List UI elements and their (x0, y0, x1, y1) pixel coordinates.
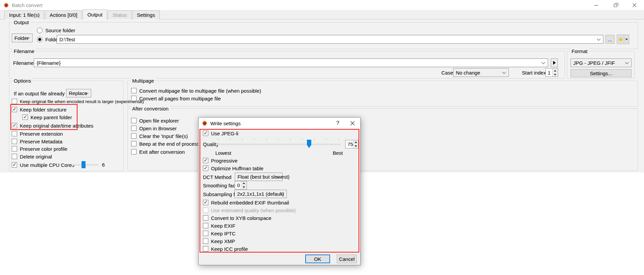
checkbox-convert-xyb[interactable]: Convert to XYB colorspace (203, 215, 271, 221)
checkbox-keep-datetime-attributes[interactable]: Keep original date/time attributes (12, 122, 93, 129)
checkbox-convert-multipage-to-multipage[interactable]: Convert multipage file to multipage file… (131, 87, 261, 94)
spin-up-icon[interactable] (243, 182, 245, 184)
checkbox-box[interactable] (203, 231, 208, 236)
quality-slider[interactable] (216, 144, 341, 145)
format-group: Format JPG - JPEG / JFIF Settings... (567, 51, 635, 79)
checkbox-open-file-explorer[interactable]: Open file explorer (131, 117, 179, 124)
spin-down-icon[interactable] (243, 186, 245, 188)
checkbox-box[interactable] (12, 162, 17, 168)
exists-combo[interactable]: Replace (66, 89, 91, 97)
checkbox-box[interactable] (131, 141, 137, 146)
folder-path-input[interactable]: D:\Test (57, 35, 603, 44)
start-index-spinbox[interactable]: 1 (545, 68, 558, 77)
cancel-button[interactable]: Cancel (337, 255, 357, 263)
checkbox-box[interactable] (203, 131, 208, 136)
checkbox-box[interactable] (22, 114, 28, 120)
dialog-help-button[interactable]: ? (331, 118, 344, 129)
smoothing-factor-spinbox[interactable]: 0 (235, 181, 247, 189)
checkbox-box[interactable] (12, 154, 17, 159)
restore-button[interactable] (606, 0, 625, 10)
checkbox-box[interactable] (131, 88, 137, 93)
checkbox-box[interactable] (203, 215, 208, 221)
tab-output[interactable]: Output (83, 9, 107, 19)
format-combo[interactable]: JPG - JPEG / JFIF (571, 58, 632, 67)
quality-spin-arrows[interactable] (353, 140, 358, 148)
checkbox-box[interactable] (131, 149, 137, 154)
checkbox-box[interactable] (12, 99, 17, 104)
spin-up-icon[interactable] (554, 70, 556, 72)
checkbox-box[interactable] (131, 126, 137, 131)
write-settings-dialog: Write settings ? Use JPEG-li Quality 75 … (198, 117, 361, 265)
checkbox-box[interactable] (203, 158, 208, 163)
checkbox-preserve-extension[interactable]: Preserve extension (12, 130, 63, 137)
cpu-cores-slider-handle[interactable] (82, 161, 86, 168)
tab-actions[interactable]: Actions [0/0] (45, 10, 82, 19)
filename-group: Filename Filename {Filename} Case No cha… (9, 51, 565, 79)
checkbox-keep-xmp[interactable]: Keep XMP (203, 238, 235, 244)
app-flame-icon (3, 2, 9, 8)
checkbox-keep-exif[interactable]: Keep EXIF (203, 222, 235, 229)
filename-pattern-input[interactable]: {Filename} (34, 58, 548, 67)
checkbox-preserve-color-profile[interactable]: Preserve color profile (12, 145, 67, 152)
format-settings-button[interactable]: Settings... (571, 69, 632, 77)
checkbox-keep-original-when-larger[interactable]: Keep original file when encoded result i… (12, 98, 144, 105)
folder-radio[interactable]: Folder (37, 36, 60, 43)
quality-slider-handle[interactable] (307, 140, 311, 148)
checkbox-box[interactable] (203, 166, 208, 171)
close-button[interactable] (625, 0, 644, 10)
minimize-icon (594, 3, 598, 7)
source-folder-radio-circle[interactable] (37, 28, 43, 33)
browse-button[interactable]: ... (605, 35, 614, 44)
checkbox-open-in-browser[interactable]: Open in Browser (131, 125, 177, 132)
dct-method-combo[interactable]: Float (best but slowest) (235, 173, 282, 181)
checkbox-keep-iptc[interactable]: Keep IPTC (203, 230, 235, 237)
after-conversion-group-title: After conversion (131, 106, 170, 111)
checkbox-box[interactable] (203, 223, 208, 228)
checkbox-box[interactable] (203, 246, 208, 251)
checkbox-keep-parent-folder[interactable]: Keep parent folder (22, 114, 72, 121)
checkbox-preserve-metadata[interactable]: Preserve Metadata (12, 138, 62, 145)
checkbox-box[interactable] (131, 133, 137, 139)
tab-input[interactable]: Input: 1 file(s) (4, 10, 44, 19)
case-combo[interactable]: No change (453, 68, 509, 77)
checkbox-clear-input-files[interactable]: Clear the 'Input' file(s) (131, 133, 188, 139)
favorites-dropdown-icon[interactable] (625, 39, 628, 40)
checkbox-keep-folder-structure[interactable]: Keep folder structure (12, 106, 66, 113)
checkbox-use-jpegli[interactable]: Use JPEG-li (203, 130, 238, 137)
checkbox-optimize-huffman[interactable]: Optimize Huffman table (203, 165, 263, 172)
checkbox-box[interactable] (203, 200, 208, 205)
checkbox-delete-original[interactable]: Delete original (12, 153, 52, 160)
checkbox-box[interactable] (131, 96, 137, 101)
checkbox-box[interactable] (12, 146, 17, 151)
pattern-menu-button[interactable] (551, 58, 558, 67)
folder-radio-circle[interactable] (37, 37, 43, 42)
favorites-button[interactable]: ★ (617, 35, 629, 44)
start-index-arrows[interactable] (552, 68, 558, 77)
checkbox-keep-icc-profile[interactable]: Keep ICC profile (203, 245, 248, 252)
checkbox-exit-after-conversion[interactable]: Exit after conversion (131, 148, 185, 155)
close-icon (633, 3, 636, 7)
minimize-button[interactable] (587, 0, 606, 10)
spin-down-icon[interactable] (554, 74, 556, 76)
dialog-close-button[interactable] (346, 118, 359, 129)
checkbox-box[interactable] (12, 107, 17, 112)
checkbox-box[interactable] (131, 118, 137, 123)
subsampling-factor-combo[interactable]: 2x2,1x1,1x1 (default) (234, 190, 287, 198)
checkbox-use-multiple-cpu-cores[interactable]: Use multiple CPU Cores (12, 162, 74, 168)
checkbox-beep-at-end[interactable]: Beep at the end of process (131, 140, 199, 147)
ok-button[interactable]: OK (305, 255, 330, 263)
source-folder-radio[interactable]: Source folder (37, 27, 75, 34)
output-type-combo[interactable]: Folder (12, 34, 33, 42)
checkbox-box[interactable] (12, 139, 17, 144)
checkbox-progressive[interactable]: Progressive (203, 157, 237, 164)
spin-up-icon[interactable] (355, 141, 357, 143)
checkbox-box[interactable] (12, 131, 17, 136)
checkbox-convert-all-pages[interactable]: Convert all pages from multipage file (131, 95, 221, 102)
checkbox-box[interactable] (203, 238, 208, 244)
checkbox-rebuild-exif-thumbnail[interactable]: Rebuild embedded EXIF thumbnail (203, 199, 289, 206)
quality-spinbox[interactable]: 75 (345, 140, 359, 148)
checkbox-box[interactable] (12, 123, 17, 128)
spin-down-icon[interactable] (355, 145, 357, 147)
smoothing-spin-arrows[interactable] (241, 181, 247, 189)
tab-settings[interactable]: Settings (132, 10, 160, 19)
